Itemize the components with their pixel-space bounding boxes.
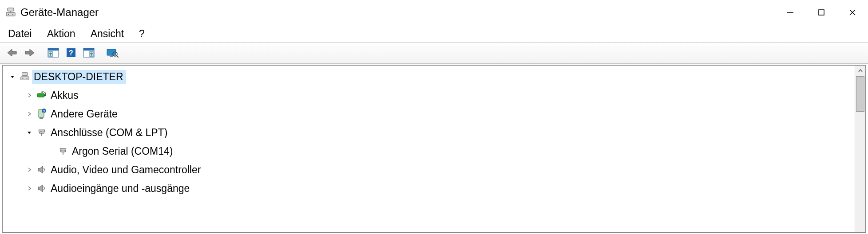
svg-rect-22 — [21, 77, 29, 80]
help-button[interactable]: ? — [63, 45, 79, 61]
tree-node-audio-video-game[interactable]: Audio, Video und Gamecontroller — [3, 160, 855, 179]
tree-label: Anschlüsse (COM & LPT) — [51, 127, 167, 139]
minimize-button[interactable] — [775, 0, 806, 25]
svg-rect-6 — [819, 10, 824, 15]
toolbar-separator — [101, 45, 101, 60]
svg-rect-25 — [37, 94, 44, 97]
speaker-icon — [36, 183, 47, 194]
tree-label: Akkus — [51, 90, 79, 101]
chevron-right-icon[interactable] — [24, 164, 35, 175]
tree-node-batteries[interactable]: Akkus — [3, 86, 855, 105]
device-tree-container: DESKTOP-DIETER Akkus — [2, 65, 866, 233]
tree-node-other-devices[interactable]: ? Andere Geräte — [3, 105, 855, 123]
chevron-right-icon[interactable] — [24, 183, 35, 194]
svg-rect-29 — [40, 117, 43, 119]
menu-action[interactable]: Aktion — [47, 25, 75, 43]
speaker-icon — [36, 164, 47, 175]
close-button[interactable] — [837, 0, 868, 25]
forward-button[interactable] — [21, 45, 38, 61]
tree-node-ports[interactable]: Anschlüsse (COM & LPT) — [3, 123, 855, 142]
svg-point-2 — [8, 14, 9, 15]
tree-label: Audio, Video und Gamecontroller — [51, 164, 201, 176]
tree-label: Argon Serial (COM14) — [72, 145, 173, 157]
svg-line-20 — [117, 56, 119, 58]
svg-point-34 — [43, 131, 44, 132]
tree-root[interactable]: DESKTOP-DIETER — [3, 67, 855, 86]
svg-point-37 — [63, 150, 63, 151]
port-icon — [58, 146, 68, 156]
show-hide-tree-button[interactable] — [45, 45, 62, 61]
chevron-right-icon[interactable] — [24, 109, 35, 119]
device-tree[interactable]: DESKTOP-DIETER Akkus — [3, 66, 855, 232]
menu-file[interactable]: Datei — [8, 25, 32, 43]
toolbar: ? — [0, 43, 868, 64]
back-button[interactable] — [4, 45, 20, 61]
tree-label: Audioeingänge und -ausgänge — [51, 183, 190, 195]
maximize-button[interactable] — [806, 0, 837, 25]
menu-help[interactable]: ? — [139, 25, 145, 43]
svg-text:?: ? — [43, 109, 45, 113]
chevron-down-icon[interactable] — [7, 71, 18, 82]
svg-rect-0 — [8, 8, 14, 11]
chevron-right-icon[interactable] — [24, 90, 35, 101]
scroll-up-icon[interactable] — [855, 66, 865, 76]
window-title: Geräte-Manager — [20, 6, 99, 19]
vertical-scrollbar[interactable] — [855, 66, 865, 232]
svg-point-32 — [40, 131, 41, 132]
battery-icon — [36, 90, 47, 101]
tree-label: Andere Geräte — [51, 108, 118, 120]
scan-hardware-button[interactable] — [104, 45, 121, 61]
svg-point-3 — [12, 14, 13, 15]
unknown-device-icon: ? — [36, 109, 47, 119]
action-pane-button[interactable] — [80, 45, 97, 61]
svg-rect-10 — [48, 48, 59, 51]
device-manager-icon — [5, 7, 16, 18]
menu-view[interactable]: Ansicht — [91, 25, 124, 43]
toolbar-separator — [42, 45, 42, 60]
tree-leaf-argon-serial[interactable]: Argon Serial (COM14) — [3, 142, 855, 160]
svg-point-36 — [61, 150, 62, 151]
svg-rect-1 — [6, 12, 15, 16]
port-icon — [36, 127, 47, 138]
svg-text:?: ? — [69, 49, 73, 57]
svg-point-33 — [41, 131, 42, 132]
scroll-thumb[interactable] — [856, 76, 864, 112]
tree-root-label: DESKTOP-DIETER — [32, 70, 126, 84]
no-arrow — [45, 146, 56, 156]
menubar: Datei Aktion Ansicht ? — [0, 25, 868, 43]
svg-point-38 — [64, 150, 65, 151]
svg-rect-18 — [110, 55, 113, 57]
titlebar: Geräte-Manager — [0, 0, 868, 25]
svg-rect-17 — [107, 49, 116, 55]
svg-point-23 — [22, 78, 23, 79]
device-manager-window: Geräte-Manager Datei Aktion Ansicht ? — [0, 0, 868, 234]
svg-rect-21 — [22, 73, 28, 75]
svg-point-27 — [41, 91, 43, 93]
svg-point-24 — [26, 78, 27, 79]
tree-node-audio-io[interactable]: Audioeingänge und -ausgänge — [3, 179, 855, 198]
svg-rect-15 — [83, 48, 94, 51]
chevron-down-icon[interactable] — [24, 127, 35, 138]
computer-icon — [20, 71, 30, 82]
